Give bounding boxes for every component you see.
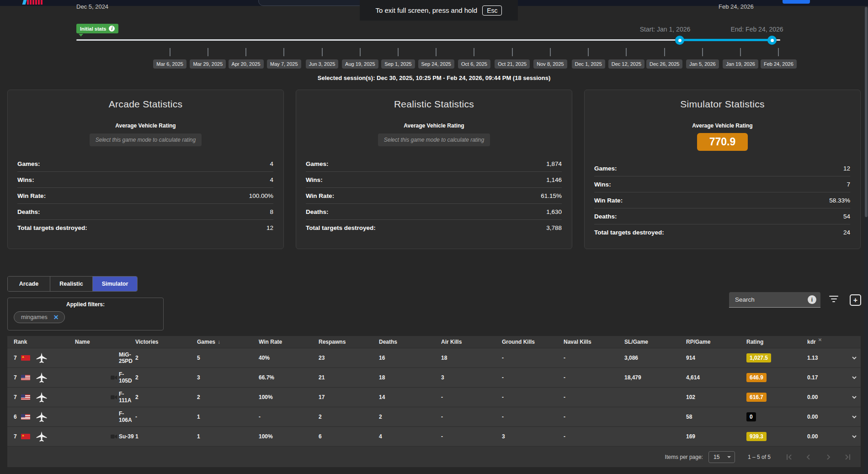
stat-value: 1,630 [546, 208, 562, 215]
expand-row-button[interactable] [848, 433, 861, 440]
last-page-button[interactable] [843, 453, 852, 462]
col-header-kdr[interactable]: kdr ✕ [807, 339, 848, 345]
timeline-ticks [151, 48, 798, 56]
rating-badge: 646.9 [746, 373, 767, 382]
table-row[interactable]: 7 F-105D 2 3 66.7% 21 18 3 - - 18,479 4,… [7, 367, 861, 387]
col-header-respawns[interactable]: Respawns [319, 339, 379, 345]
win-rate-value: 100% [259, 394, 319, 400]
timeline-date-chip[interactable]: May 7, 2025 [267, 59, 301, 69]
col-header-victories[interactable]: Victories [135, 339, 197, 345]
info-icon[interactable]: i [109, 26, 115, 32]
filter-chip-mingames[interactable]: mingames ✕ [14, 311, 65, 323]
stat-row: Games:1,874 [306, 156, 562, 172]
timeline-date-chip[interactable]: Mar 29, 2025 [190, 59, 226, 69]
expand-row-button[interactable] [848, 374, 861, 381]
search-input[interactable]: Search i [729, 292, 820, 308]
items-per-page-select[interactable]: 15 [708, 451, 735, 463]
search-info-icon[interactable]: i [808, 295, 816, 304]
scrollbar-thumb[interactable] [865, 7, 868, 217]
stat-label: Games: [17, 160, 40, 167]
timeline-date-chip[interactable]: Oct 21, 2025 [495, 59, 530, 69]
nation-flag-icon [21, 414, 30, 420]
table-row[interactable]: 6 F-106A - 1 - 2 2 - - - 58 0 0.00 [7, 407, 861, 426]
timeline-date-chip[interactable]: Mar 6, 2025 [153, 59, 186, 69]
aircraft-icon [36, 372, 48, 383]
timeline-tick [474, 48, 474, 56]
remove-column-icon[interactable]: ✕ [818, 337, 822, 342]
sort-desc-icon: ↓ [218, 339, 220, 345]
filter-list-icon[interactable] [828, 296, 839, 304]
timeline-date-chip[interactable]: Feb 24, 2026 [761, 59, 797, 69]
stat-value: 7 [847, 181, 850, 188]
win-rate-value: - [259, 414, 319, 420]
stats-card: Arcade Statistics Average Vehicle Rating… [7, 90, 284, 249]
timeline-date-chip[interactable]: Nov 8, 2025 [533, 59, 567, 69]
selected-sessions-text: Selected session(s): Dec 30, 2025, 10:25… [0, 75, 868, 81]
tab-simulator[interactable]: Simulator [93, 277, 137, 291]
timeline-tick [740, 48, 741, 56]
col-header-rank[interactable]: Rank [14, 339, 75, 345]
timeline-tick [170, 48, 170, 56]
timeline-track[interactable] [76, 39, 780, 41]
prev-page-button[interactable] [804, 453, 813, 462]
tab-realistic[interactable]: Realistic [50, 277, 93, 291]
filter-chip-label: mingames [21, 314, 48, 320]
avg-vehicle-rating-label: Average Vehicle Rating [585, 122, 860, 129]
col-header-deaths[interactable]: Deaths [379, 339, 441, 345]
timeline-selected-range[interactable] [680, 39, 772, 41]
range-slider-handle-start[interactable] [675, 36, 684, 45]
col-header-win-rate[interactable]: Win Rate [259, 339, 319, 345]
deaths-value: 4 [379, 433, 441, 440]
table-body: 7 MiG-25PD 2 5 40% 23 16 18 - - 3,086 91… [7, 348, 861, 446]
col-header-games[interactable]: Games ↓ [197, 339, 259, 345]
col-header-ground-kills[interactable]: Ground Kills [502, 339, 564, 345]
range-slider-handle-end[interactable] [767, 36, 777, 45]
ground-kills-value: 3 [502, 433, 564, 440]
first-page-button[interactable] [784, 453, 793, 462]
col-header-naval-kills[interactable]: Naval Kills [564, 339, 624, 345]
initial-stats-badge[interactable]: Initial stats i [76, 24, 118, 33]
stat-value: 1,146 [546, 176, 562, 183]
table-row[interactable]: 7 F-111A 2 2 100% 17 14 - - - 102 616.7 … [7, 387, 861, 407]
timeline-date-chip[interactable]: Dec 1, 2025 [572, 59, 605, 69]
col-header-name[interactable]: Name [75, 339, 135, 345]
vehicle-name: MiG-25PD [119, 352, 135, 364]
victories-value: 2 [135, 374, 197, 381]
tab-arcade[interactable]: Arcade [8, 277, 50, 291]
app-logo[interactable] [23, 0, 43, 5]
ground-kills-value: - [502, 414, 564, 420]
timeline-date-chip[interactable]: Apr 20, 2025 [229, 59, 264, 69]
col-header-sl-game[interactable]: SL/Game [624, 339, 686, 345]
expand-row-button[interactable] [848, 413, 861, 421]
timeline-date-chip[interactable]: Dec 12, 2025 [608, 59, 644, 69]
stat-label: Wins: [306, 176, 323, 183]
stat-row: Win Rate:61.15% [306, 188, 562, 204]
timeline-date-chip[interactable]: Jun 3, 2025 [306, 59, 339, 69]
add-column-button[interactable]: + [850, 294, 861, 306]
navbar-primary-button[interactable] [783, 0, 810, 4]
timeline-tick [436, 48, 437, 56]
stat-value: 3,788 [546, 224, 562, 231]
table-row[interactable]: 7 Su-39 1 1 100% 6 4 - 3 - 169 939.3 0.0… [7, 426, 861, 446]
expand-row-button[interactable] [848, 354, 861, 362]
timeline-date-chip[interactable]: Dec 26, 2025 [646, 59, 682, 69]
fullscreen-toast: To exit full screen, press and hold Esc [360, 0, 518, 21]
mode-tabs: Arcade Realistic Simulator [7, 276, 138, 292]
timeline-date-chip[interactable]: Oct 6, 2025 [458, 59, 490, 69]
timeline-date-chip[interactable]: Sep 24, 2025 [418, 59, 454, 69]
timeline-date-chip[interactable]: Aug 19, 2025 [342, 59, 378, 69]
timeline-date-chip[interactable]: Jan 19, 2026 [723, 59, 758, 69]
col-header-rp-game[interactable]: RP/Game [686, 339, 746, 345]
timeline-date-chip[interactable]: Sep 1, 2025 [381, 59, 415, 69]
avg-rating-badge: 770.9 [697, 133, 748, 151]
expand-row-button[interactable] [848, 394, 861, 401]
col-header-air-kills[interactable]: Air Kills [441, 339, 502, 345]
remove-filter-icon[interactable]: ✕ [53, 314, 59, 320]
timeline-date-chip[interactable]: Jan 5, 2026 [686, 59, 719, 69]
search-placeholder: Search [735, 296, 808, 303]
timeline-date-chips: Mar 6, 2025Mar 29, 2025Apr 20, 2025May 7… [151, 59, 798, 69]
next-page-button[interactable] [824, 453, 833, 462]
col-header-rating[interactable]: Rating [746, 339, 807, 345]
stat-row: Deaths:1,630 [306, 204, 562, 220]
table-row[interactable]: 7 MiG-25PD 2 5 40% 23 16 18 - - 3,086 91… [7, 348, 861, 367]
